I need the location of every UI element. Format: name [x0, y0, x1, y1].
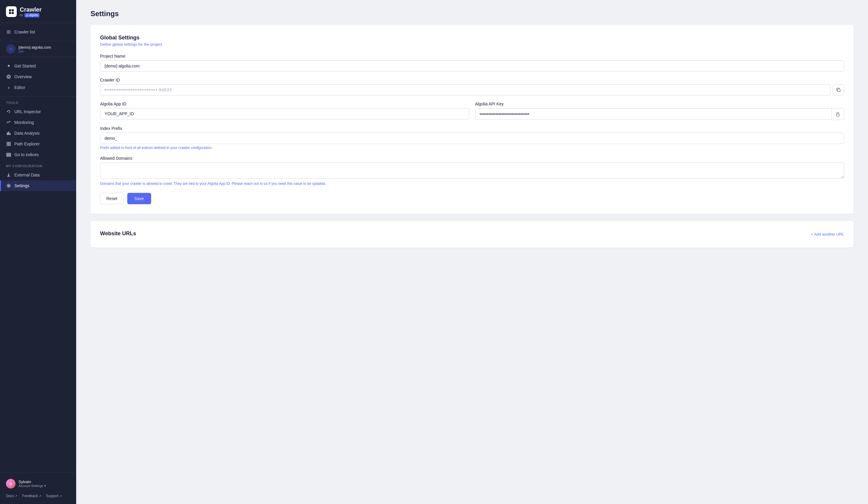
reset-button[interactable]: Reset — [100, 193, 124, 204]
svg-rect-1 — [12, 9, 14, 11]
sidebar-item-settings[interactable]: Settings — [0, 180, 76, 191]
data-analysis-label: Data Analysis — [14, 131, 40, 136]
allowed-domains-hint: Domains that your crawler is allowed to … — [100, 181, 844, 186]
path-explorer-label: Path Explorer — [14, 141, 40, 146]
sidebar-item-crawler-list[interactable]: Crawler list — [0, 27, 76, 37]
svg-rect-3 — [12, 12, 14, 14]
url-inspector-icon — [6, 109, 11, 114]
editor-icon: › — [6, 85, 11, 90]
user-name: Sylvain — [19, 480, 46, 484]
svg-rect-14 — [7, 144, 8, 146]
crawler-status: Idle — [19, 50, 51, 53]
main-content: Settings Global Settings Define global s… — [76, 0, 868, 504]
index-prefix-input[interactable] — [100, 133, 844, 144]
crawler-id-group: Crawler ID — [100, 77, 844, 96]
feedback-link[interactable]: Feedback ↗ — [22, 494, 41, 498]
svg-rect-0 — [9, 9, 11, 11]
svg-rect-16 — [7, 153, 11, 154]
crawler-id-row — [100, 84, 844, 96]
crawler-list-section: Crawler list — [0, 23, 76, 41]
global-settings-subtitle: Define global settings for the project. — [100, 42, 844, 46]
project-name-input[interactable] — [100, 60, 844, 72]
sidebar-item-url-inspector[interactable]: URL Inspector — [0, 106, 76, 117]
allowed-domains-label: Allowed Domains — [100, 156, 844, 161]
content-area: Global Settings Define global settings f… — [76, 25, 868, 269]
algolia-app-id-label: Algolia App ID — [100, 102, 469, 106]
docs-link[interactable]: Docs ↗ — [6, 494, 17, 498]
toggle-api-key-button[interactable] — [831, 108, 844, 120]
monitoring-icon — [6, 120, 11, 125]
sidebar-item-data-analysis[interactable]: Data Analysis — [0, 128, 76, 138]
global-settings-card: Global Settings Define global settings f… — [91, 25, 854, 214]
copy-crawler-id-button[interactable] — [833, 84, 844, 96]
algolia-app-id-input[interactable] — [100, 108, 469, 119]
svg-rect-10 — [8, 132, 9, 135]
index-prefix-hint: Prefix added in front of all indices def… — [100, 146, 844, 150]
allowed-domains-group: Allowed Domains Domains that your crawle… — [100, 156, 844, 186]
logo-icon — [6, 6, 17, 17]
sidebar-item-editor[interactable]: › Editor — [0, 82, 76, 93]
user-item[interactable]: S Sylvain Account Settings ▾ — [0, 476, 76, 492]
sidebar-item-overview[interactable]: Overview — [0, 71, 76, 82]
support-link[interactable]: Support ↗ — [46, 494, 62, 498]
external-data-label: External Data — [14, 172, 40, 177]
my-config-label: MY CONFIGURATION — [0, 160, 76, 170]
sidebar-item-path-explorer[interactable]: Path Explorer — [0, 138, 76, 149]
allowed-domains-input[interactable] — [100, 162, 844, 179]
overview-label: Overview — [14, 74, 32, 79]
add-url-button[interactable]: + Add another URL — [811, 232, 844, 237]
page-header: Settings — [76, 0, 868, 25]
support-external-icon: ↗ — [60, 494, 62, 498]
global-settings-title: Global Settings — [100, 35, 844, 41]
sidebar-item-monitoring[interactable]: Monitoring — [0, 117, 76, 128]
path-explorer-icon — [6, 141, 11, 147]
sidebar-footer: S Sylvain Account Settings ▾ Docs ↗ Feed… — [0, 472, 76, 504]
save-button[interactable]: Save — [127, 193, 151, 204]
svg-rect-11 — [10, 133, 10, 135]
overview-icon — [6, 74, 11, 80]
crawler-status-icon: ◷ — [6, 44, 16, 54]
monitoring-label: Monitoring — [14, 120, 34, 125]
page-title: Settings — [91, 10, 854, 18]
svg-rect-20 — [838, 89, 840, 92]
algolia-api-key-input[interactable] — [475, 108, 832, 120]
get-started-label: Get Started — [14, 64, 36, 69]
project-name-group: Project Name — [100, 54, 844, 72]
algolia-badge: ◎ algolia — [24, 13, 39, 17]
footer-links: Docs ↗ Feedback ↗ Support ↗ — [0, 492, 76, 501]
website-urls-header: Website URLs + Add another URL — [100, 231, 844, 238]
algolia-api-key-label: Algolia API Key — [475, 102, 844, 106]
user-role: Account Settings ▾ — [19, 484, 46, 488]
crawler-id-input[interactable] — [100, 84, 830, 96]
settings-icon — [6, 183, 11, 188]
algolia-api-key-group: Algolia API Key — [475, 102, 844, 120]
svg-rect-12 — [7, 142, 8, 144]
active-crawler[interactable]: ◷ [demo] algolia.com Idle — [0, 41, 76, 57]
logo-title: Crawler — [20, 6, 42, 13]
sidebar-item-get-started[interactable]: ✦ Get Started — [0, 61, 76, 71]
go-to-indices-icon — [6, 152, 11, 157]
crawler-info: [demo] algolia.com Idle — [19, 45, 51, 53]
svg-rect-18 — [7, 156, 11, 156]
svg-rect-13 — [9, 142, 10, 144]
go-to-indices-label: Go to indices — [14, 152, 39, 157]
algolia-app-id-group: Algolia App ID — [100, 102, 469, 120]
sidebar-item-external-data[interactable]: External Data — [0, 170, 76, 180]
editor-label: Editor — [14, 85, 25, 90]
website-urls-title: Website URLs — [100, 231, 136, 237]
index-prefix-group: Index Prefix Prefix added in front of al… — [100, 126, 844, 150]
sidebar-item-go-to-indices[interactable]: Go to indices — [0, 149, 76, 160]
external-data-icon — [6, 172, 11, 178]
settings-actions: Reset Save — [100, 193, 844, 204]
logo-subtitle: by ◎ algolia — [20, 13, 42, 17]
tools-section: TOOLS URL Inspector Monitoring — [0, 97, 76, 160]
svg-point-8 — [8, 76, 10, 77]
crawler-list-label: Crawler list — [14, 30, 35, 34]
crawler-name: [demo] algolia.com — [19, 45, 51, 50]
svg-point-7 — [7, 75, 10, 78]
user-avatar: S — [6, 479, 16, 489]
crawler-id-label: Crawler ID — [100, 77, 844, 82]
nav-section: ✦ Get Started Overview › Editor — [0, 57, 76, 97]
url-inspector-label: URL Inspector — [14, 109, 41, 114]
svg-rect-2 — [9, 12, 11, 14]
